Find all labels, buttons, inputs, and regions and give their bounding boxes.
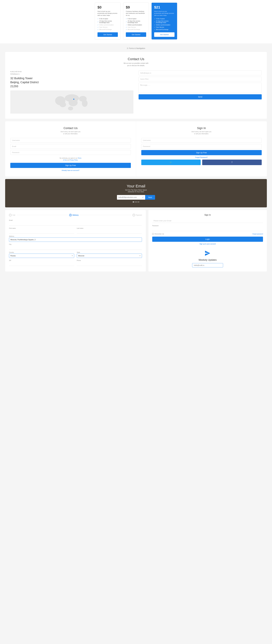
step-payment: 3 Payment (132, 214, 142, 216)
zip-label: ZIP (9, 260, 74, 261)
contact-full-section: Contact Us We as soon as possible contac… (5, 52, 267, 119)
contact-address: 32 Building TowerBeijing, Capital Distri… (10, 76, 134, 88)
contact-signup-subtitle: Don't worry, we won't spam youor sell yo… (10, 130, 131, 135)
svg-point-6 (82, 100, 88, 107)
two-col-forms: Contact Us Don't worry, we won't spam yo… (5, 121, 267, 176)
check-icon: ✓ (142, 196, 144, 198)
facebook-icon: f (232, 161, 232, 164)
phone-group: Phone (77, 260, 142, 266)
signup-username-input[interactable] (10, 138, 131, 143)
send-button[interactable]: Send (138, 94, 262, 100)
country-select[interactable]: Russia (9, 254, 74, 258)
forgot-password-link[interactable]: Forgot Password? (141, 156, 262, 158)
banner-title: Your Email (5, 184, 267, 188)
price-free: $0 (98, 5, 118, 10)
lastname-input[interactable] (77, 230, 142, 234)
contact-name-input[interactable] (138, 77, 262, 82)
checkout-steps: ✓ Cart 2 Delivery 3 Payment (9, 214, 142, 216)
get-started-mid-button[interactable]: Get Started (126, 32, 146, 37)
signin-signup-button[interactable]: Sign Up Free (141, 150, 262, 155)
check-icon: ✓ (126, 26, 127, 28)
dot-4 (138, 202, 139, 202)
firstname-group: First name (9, 228, 74, 234)
feature-mid-4: ✓ Care Service (126, 26, 146, 28)
dot-3 (136, 202, 138, 202)
map-placeholder (10, 90, 134, 114)
dot-1 (133, 202, 134, 202)
twitter-button[interactable]: 🐦 (141, 160, 201, 165)
signin-password-input2[interactable] (152, 227, 263, 231)
email-label: Email (9, 220, 142, 221)
facebook-button[interactable]: f (202, 160, 262, 165)
address-input[interactable] (9, 238, 142, 242)
email-form: ✓ Next (5, 195, 267, 200)
state-select[interactable]: Moscow (77, 254, 142, 258)
name-row: First name Last name (9, 228, 142, 236)
already-account-link[interactable]: Already have an account? (10, 170, 131, 171)
feature-mid-2: ✓ 15 days free access knowledge base (126, 20, 146, 23)
email-banner: Your Email Get Our Top Day's News SpaceD… (5, 179, 267, 207)
banner-content: Your Email Get Our Top Day's News SpaceD… (5, 184, 267, 202)
contact-phone: 8 (812) 925 59 59 hello@aqua.ru (10, 70, 134, 75)
firstname-input[interactable] (9, 230, 74, 234)
desc-premium: How to level up your productivity and de… (154, 10, 174, 16)
login-button[interactable]: Login (152, 236, 263, 242)
banner-dots (5, 202, 267, 202)
contact-full-subtitle: We as soon as possible contact withyou t… (10, 62, 262, 67)
svg-point-4 (69, 99, 78, 106)
feature-premium-3: ✓ Online synchronization (154, 24, 174, 26)
password-label: Password (152, 225, 263, 226)
signin-password-input[interactable] (141, 144, 262, 149)
check-icon: ✓ (98, 29, 98, 30)
zip-input[interactable] (9, 262, 74, 266)
next-button[interactable]: Next (145, 195, 155, 200)
feature-free-2: ✓ 15 days free access knowledge base (98, 20, 118, 23)
feature-premium-1: ✓ 5 Gb of space (154, 18, 174, 20)
forgot-password-link2[interactable]: I forgot password (252, 233, 263, 235)
signup-terms: By continuing, you agree to our Termsof … (10, 157, 131, 161)
signup-button[interactable]: Sign Up Free (10, 163, 131, 168)
contact-full-title: Contact Us (10, 57, 262, 61)
signup-account-link[interactable]: Sign up to your account (152, 243, 263, 245)
desc-mid: Compose hardware desktops and notebooks … (126, 10, 146, 16)
lastname-group: Last name (77, 228, 142, 234)
weekly-section: Weekely Updates (152, 250, 263, 268)
signup-password-input[interactable] (10, 150, 131, 155)
check-icon: ✓ (98, 21, 98, 22)
twitter-icon: 🐦 (170, 161, 172, 164)
pricing-card-premium: $21 How to level up your productivity an… (152, 2, 177, 40)
lastname-label: Last name (77, 228, 142, 229)
privacy-link[interactable]: Privacy Policy (70, 159, 78, 161)
signin-email-input[interactable] (152, 219, 263, 223)
step-payment-label: Payment (136, 214, 142, 216)
contact-full-left: 8 (812) 925 59 59 hello@aqua.ru 32 Build… (10, 70, 134, 114)
section3-title: 3. Forms & Navitgation (0, 44, 272, 52)
checkout-signin: Sign In Password Remember me I forgot pa… (148, 210, 267, 272)
feature-free-5: ✓ Microsoft Exchange (98, 29, 118, 30)
get-started-premium-button[interactable]: Get Started (154, 32, 174, 37)
signin-username-input[interactable] (141, 138, 262, 143)
weekly-email-input[interactable] (192, 263, 223, 268)
signin-title: Sign In (141, 126, 262, 130)
get-started-free-button[interactable]: Get Started (98, 32, 118, 37)
city-input[interactable] (9, 246, 142, 250)
weekly-title: Weekely Updates (152, 259, 263, 261)
country-select-wrap: Russia ▼ (9, 254, 74, 258)
step-cart-label: Cart (12, 214, 15, 216)
dot-2 (134, 202, 136, 202)
contact-message-input[interactable] (138, 83, 262, 93)
city-group: City (9, 244, 142, 250)
step-circle-delivery: 2 (69, 214, 72, 216)
contact-signup-col: Contact Us Don't worry, we won't spam yo… (5, 121, 136, 176)
signup-email-input[interactable] (10, 144, 131, 149)
contact-email-input[interactable] (138, 70, 262, 75)
banner-email-input[interactable] (118, 195, 142, 200)
email-group: Email (9, 220, 142, 226)
check-icon: ✓ (154, 18, 155, 20)
phone-label: Phone (77, 260, 142, 261)
remember-row: Remember me I forgot password (152, 233, 263, 235)
checkout-email-input[interactable] (9, 222, 142, 226)
remember-checkbox[interactable] (152, 233, 154, 235)
check-icon: ✓ (98, 24, 98, 26)
phone-input[interactable] (77, 262, 142, 266)
